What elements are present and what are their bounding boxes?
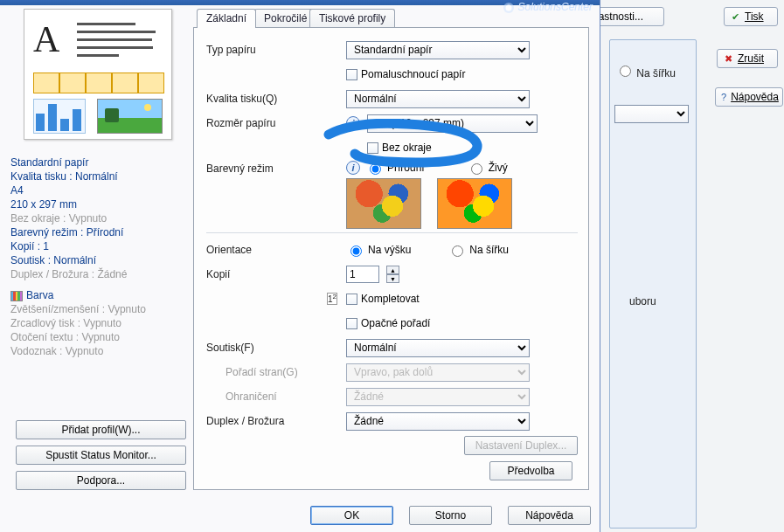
color-mode-label: Barevný režim: [206, 161, 346, 175]
preset-button[interactable]: Předvolba: [489, 461, 572, 480]
paper-size-select[interactable]: A4 (210 x 297 mm): [367, 114, 538, 133]
help-icon: ?: [721, 92, 726, 102]
ok-button[interactable]: OK: [310, 506, 393, 525]
page-order-select: Vpravo, pak dolů: [346, 363, 530, 382]
bg-uboru-label: uboru: [629, 295, 656, 307]
add-profile-button[interactable]: Přidat profil(W)...: [16, 420, 186, 439]
collate-checkbox[interactable]: [346, 294, 357, 305]
help-label-bg: Nápověda: [731, 91, 779, 103]
paper-size-label: Rozměr papíru: [206, 117, 346, 129]
duplex-label: Duplex / Brožura: [206, 415, 346, 427]
border-label: Ohraničení: [206, 390, 346, 403]
cancel-button-bg[interactable]: ✖ Zrušit: [717, 49, 778, 68]
bg-select[interactable]: [614, 105, 689, 123]
info-icon[interactable]: i: [346, 161, 360, 175]
quality-select[interactable]: Normální: [346, 90, 530, 108]
portrait-radio[interactable]: Na výšku: [346, 243, 411, 257]
tab-panel-basic: Typ papíru Standardní papír Pomaluschnou…: [193, 27, 589, 490]
natural-thumb: [346, 178, 421, 229]
vivid-thumb: [437, 178, 512, 229]
duplex-select[interactable]: Žádné: [346, 412, 530, 431]
slow-dry-label: Pomaluschnoucí papír: [361, 68, 465, 80]
settings-summary: Standardní papír Kvalita tisku : Normáln…: [10, 155, 185, 358]
help-button-bg[interactable]: ? Nápověda: [715, 87, 783, 107]
cancel-label: Zrušit: [738, 52, 764, 65]
duplex-settings-button: Nastavení Duplex...: [464, 436, 578, 455]
paper-type-select[interactable]: Standardní papír: [346, 41, 530, 59]
copies-down[interactable]: ▼: [386, 274, 399, 283]
storno-button[interactable]: Storno: [409, 506, 492, 525]
status-monitor-button[interactable]: Spustit Status Monitor...: [16, 446, 186, 465]
page-order-label: Pořadí stran(G): [206, 366, 346, 378]
quality-label: Kvalita tisku(Q): [206, 93, 346, 105]
paper-type-label: Typ papíru: [206, 44, 346, 56]
natural-radio[interactable]: Přírodní: [365, 161, 425, 175]
tab-profiles[interactable]: Tiskové profily: [309, 9, 395, 28]
collate-icon: 12: [327, 293, 337, 305]
vivid-radio[interactable]: Živý: [467, 161, 508, 175]
print-dialog: SolutionsCenter A Standardní papír Kvali…: [0, 0, 600, 532]
close-icon: ✖: [723, 53, 733, 64]
borderless-checkbox[interactable]: [367, 142, 378, 154]
bg-landscape-radio[interactable]: Na šířku: [615, 63, 676, 79]
page-preview: A: [24, 9, 172, 140]
info-icon[interactable]: i: [346, 116, 360, 130]
copies-up[interactable]: ▲: [386, 266, 399, 274]
check-icon: ✔: [730, 11, 740, 22]
color-swatch-icon: [10, 291, 23, 301]
soutisk-label: Soutisk(F): [206, 342, 346, 354]
print-button[interactable]: ✔ Tisk: [724, 7, 778, 26]
soutisk-select[interactable]: Normální: [346, 339, 530, 357]
copies-input[interactable]: [346, 266, 379, 283]
borderless-label: Bez okraje: [382, 142, 432, 154]
help-button[interactable]: Nápověda: [508, 506, 591, 525]
border-select: Žádné: [346, 388, 530, 406]
orientation-label: Orientace: [206, 244, 346, 256]
landscape-radio[interactable]: Na šířku: [448, 243, 509, 257]
tab-advanced[interactable]: Pokročilé: [254, 9, 316, 28]
tab-basic[interactable]: Základní: [197, 9, 256, 28]
print-label: Tisk: [745, 10, 764, 23]
reverse-checkbox[interactable]: [346, 318, 357, 329]
copies-label: Kopií: [206, 268, 346, 280]
support-button[interactable]: Podpora...: [16, 471, 186, 490]
slow-dry-checkbox[interactable]: [346, 69, 357, 80]
